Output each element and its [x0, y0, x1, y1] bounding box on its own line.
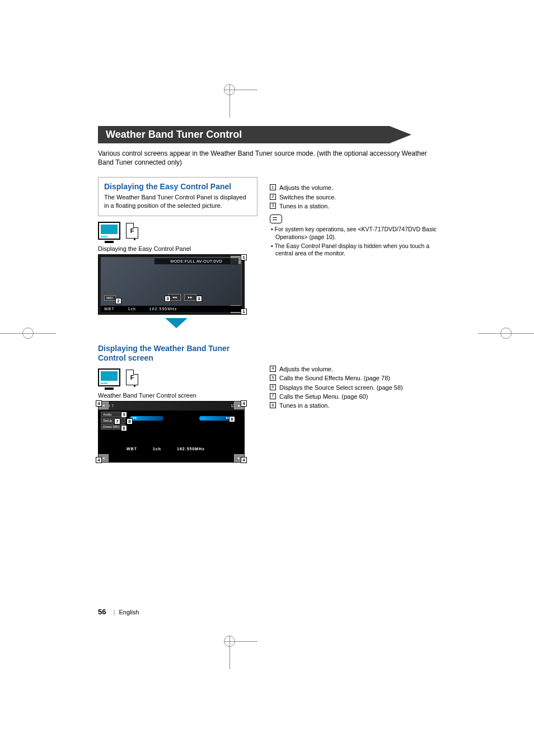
note-text: The Easy Control Panel display is hidden…	[270, 242, 437, 258]
monitor-icon	[98, 222, 120, 240]
intro-text: Various control screens appear in the We…	[98, 149, 437, 167]
num-box: 4	[270, 366, 276, 372]
num-box: 3	[270, 203, 276, 209]
page-number: 56	[98, 608, 106, 616]
list-text: Adjusts the volume.	[279, 184, 333, 192]
ch-label: 1ch	[153, 447, 161, 451]
list-text: Calls the Setup Menu. (page 60)	[279, 393, 368, 400]
screenshot1-caption: Displaying the Easy Control Panel	[98, 245, 257, 252]
screenshot2-caption: Weather Band Tuner Control screen	[98, 392, 257, 399]
callout-1: 1	[241, 254, 247, 260]
f-label: F	[130, 227, 134, 234]
band-label: WBT	[127, 447, 137, 451]
callout-2: 2	[115, 298, 121, 304]
num-box: 2	[270, 194, 276, 200]
num-box: 6	[270, 384, 276, 390]
section1-title: Displaying the Easy Control Panel	[104, 182, 251, 191]
callout-5: 5	[121, 412, 127, 418]
callout-4: 4	[96, 457, 102, 463]
callout-4: 4	[241, 457, 247, 463]
list-text: Calls the Sound Effects Menu. (page 78)	[279, 374, 390, 382]
setup-button: SetUp	[101, 418, 125, 423]
section2-title: Displaying the Weather Band Tuner Contro…	[98, 344, 257, 363]
f-page-icon: F	[126, 370, 138, 385]
page-title-bar: Weather Band Tuner Control	[98, 126, 411, 143]
page-lang: English	[119, 609, 139, 615]
list-text: Adjusts the volume.	[279, 365, 333, 373]
list-item: 4Adjusts the volume.	[270, 365, 437, 373]
section1-desc: The Weather Band Tuner Control Panel is …	[104, 193, 251, 210]
down-arrow-icon	[165, 318, 188, 328]
band-label: WBT	[104, 307, 115, 311]
next-bar: ▸▸	[199, 416, 233, 421]
page-title: Weather Band Tuner Control	[106, 129, 242, 140]
list-text: Tunes in a station.	[279, 202, 329, 210]
crop-mark-bottom	[224, 636, 257, 669]
note-icon	[270, 214, 282, 223]
callout-1b: 1	[241, 309, 247, 315]
list-text: Displays the Source Select screen. (page…	[279, 384, 403, 391]
list-item: 6Displays the Source Select screen. (pag…	[270, 384, 437, 391]
note-text: For system key operations, see <KVT-717D…	[270, 226, 437, 241]
callout-3a: 3	[165, 296, 171, 302]
list-item: 7Calls the Setup Menu. (page 60)	[270, 393, 437, 400]
list-item: 3Tunes in a station.	[270, 202, 437, 210]
section-easy-control: Displaying the Easy Control Panel The We…	[98, 177, 257, 216]
monitor-icon	[98, 368, 120, 386]
callout-4: 4	[96, 400, 102, 407]
easy-control-screenshot: ▴ ▾ MODE:FULL AV-OUT:DVD SRC ◂◂ ▸▸ WBT 1…	[98, 254, 245, 315]
prev-bar: ◂◂	[130, 416, 163, 421]
channel-label: 1ch	[128, 307, 136, 311]
freq-label: 162.550MHz	[149, 307, 177, 311]
callout-8: 8	[127, 418, 133, 424]
list-text: Switches the source.	[279, 193, 336, 201]
list-item: 1Adjusts the volume.	[270, 184, 437, 192]
list-item: 8Tunes in a station.	[270, 402, 437, 409]
next-button: ▸▸	[184, 294, 196, 301]
callout-3b: 3	[196, 296, 202, 302]
freq-label: 162.550MHz	[177, 447, 205, 451]
wbt-control-screenshot: WBT 13:50 Audio SetUp Direct SRC ◂◂ ▸▸ W…	[98, 401, 245, 463]
crop-mark-top	[224, 84, 257, 118]
f-page-icon: F	[126, 223, 138, 239]
list-item: 5Calls the Sound Effects Menu. (page 78)	[270, 374, 437, 382]
src-button: SRC	[104, 295, 116, 301]
page-footer: 56 | English	[98, 608, 139, 616]
callout-8: 8	[229, 416, 235, 422]
num-box: 5	[270, 375, 276, 381]
num-box: 8	[270, 402, 276, 408]
list-item: 2Switches the source.	[270, 193, 437, 201]
list-text: Tunes in a station.	[279, 402, 329, 409]
callout-4: 4	[241, 400, 247, 407]
num-box: 1	[270, 184, 276, 190]
callout-6: 6	[121, 425, 127, 431]
num-box: 7	[270, 393, 276, 399]
mode-text: MODE:FULL AV-OUT:DVD	[154, 258, 238, 264]
f-label: F	[130, 374, 134, 381]
callout-7: 7	[114, 418, 120, 424]
